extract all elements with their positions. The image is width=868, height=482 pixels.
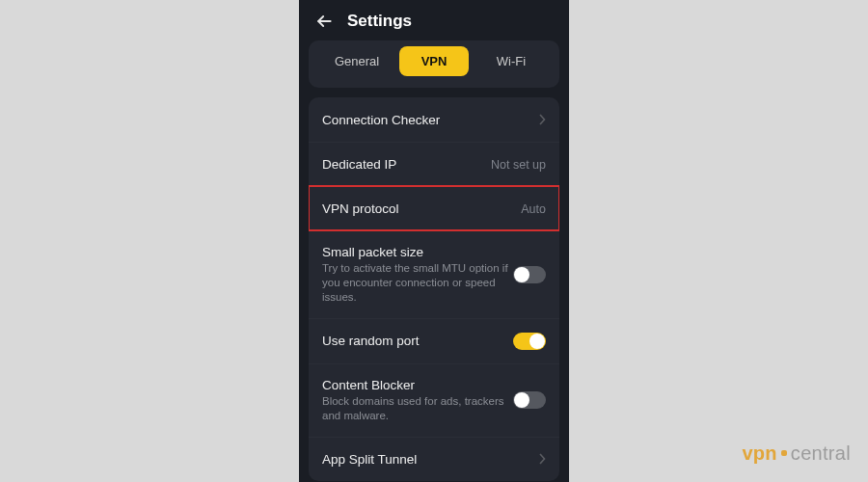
header: Settings <box>299 0 569 40</box>
page-title: Settings <box>347 12 412 31</box>
back-icon[interactable] <box>314 12 334 31</box>
row-connection-checker[interactable]: Connection Checker <box>309 97 559 142</box>
row-title: Dedicated IP <box>322 157 483 172</box>
tab-vpn[interactable]: VPN <box>399 46 469 76</box>
row-title: VPN protocol <box>322 201 513 216</box>
row-value: Not set up <box>491 158 546 172</box>
pin-icon <box>781 450 787 456</box>
toggle-content-blocker[interactable] <box>513 391 546 409</box>
chevron-right-icon <box>538 114 546 125</box>
chevron-right-icon <box>538 453 546 465</box>
row-vpn-protocol[interactable]: VPN protocol Auto <box>309 186 559 230</box>
toggle-small-packet[interactable] <box>513 266 546 283</box>
row-title: App Split Tunnel <box>322 452 538 467</box>
row-random-port[interactable]: Use random port <box>309 318 559 363</box>
row-title: Small packet size <box>322 245 513 259</box>
row-desc: Block domains used for ads, trackers and… <box>322 394 513 423</box>
watermark-left: vpn <box>742 442 776 465</box>
row-desc: Try to activate the small MTU option if … <box>322 261 513 305</box>
row-small-packet[interactable]: Small packet size Try to activate the sm… <box>309 230 559 318</box>
row-content-blocker[interactable]: Content Blocker Block domains used for a… <box>309 363 559 437</box>
watermark-right: central <box>791 442 851 465</box>
settings-screen: Settings General VPN Wi-Fi Connection Ch… <box>299 0 569 482</box>
row-title: Use random port <box>322 334 513 348</box>
toggle-random-port[interactable] <box>513 333 546 350</box>
row-title: Content Blocker <box>322 378 513 392</box>
settings-list: Connection Checker Dedicated IP Not set … <box>309 97 559 481</box>
tab-wifi[interactable]: Wi-Fi <box>476 46 546 76</box>
watermark: vpn central <box>742 442 851 465</box>
row-title: Connection Checker <box>322 113 538 127</box>
tabs: General VPN Wi-Fi <box>309 40 559 88</box>
row-split-tunnel[interactable]: App Split Tunnel <box>309 437 559 481</box>
tab-general[interactable]: General <box>322 46 392 76</box>
row-dedicated-ip[interactable]: Dedicated IP Not set up <box>309 142 559 186</box>
row-value: Auto <box>521 202 546 216</box>
